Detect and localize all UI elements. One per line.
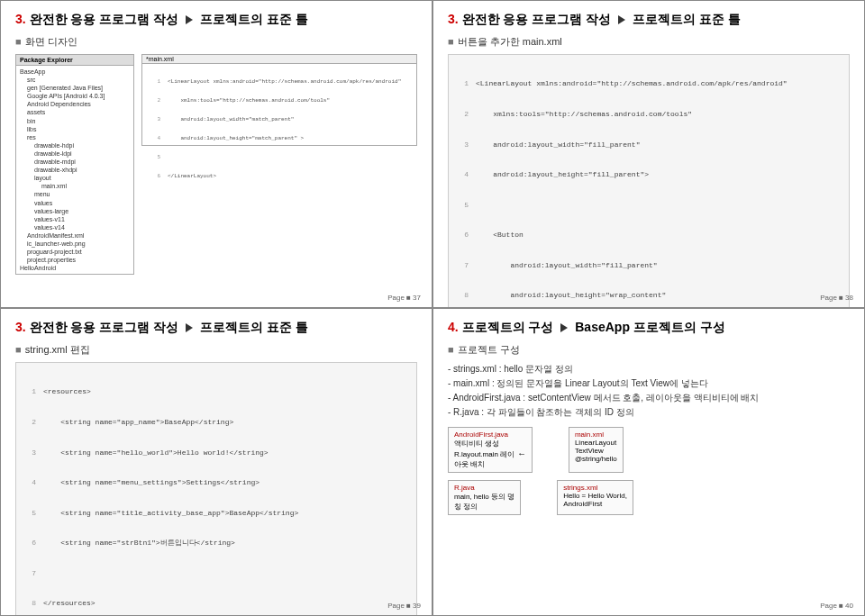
code-line: 5 <box>454 200 843 210</box>
triangle-icon <box>186 323 193 332</box>
title-text-1: 완전한 응용 프로그램 작성 <box>30 12 179 26</box>
page-number: Page ■ 38 <box>820 294 853 302</box>
tree-item: src <box>20 76 130 84</box>
tree-item: values <box>20 199 130 207</box>
slide-40: 4. 프로젝트의 구성 BaseApp 프로젝트의 구성 프로젝트 구성 str… <box>432 308 865 616</box>
explorer-body: BaseApp src gen [Generated Java Files] G… <box>16 66 133 274</box>
code-box: 1<resources> 2 <string name="app_name">B… <box>15 362 417 616</box>
box-title: strings.xml <box>563 484 627 492</box>
box-line: TextView <box>575 447 617 455</box>
item-list: strings.xml : hello 문자열 정의 main.xml : 정의… <box>448 362 850 420</box>
box-line: LinearLayout <box>575 439 617 447</box>
code-line: 6</LinearLayout> <box>146 173 413 179</box>
title-text-1: 프로젝트의 구성 <box>462 320 554 334</box>
box-title: AndroidFirst.java <box>454 430 526 439</box>
code-line: 7 android:layout_width="fill_parent" <box>454 260 843 270</box>
explorer-header: Package Explorer <box>16 55 133 66</box>
diagram-row-2: R.java main, hello 등의 명 칭 정의 strings.xml… <box>448 480 850 515</box>
tree-item: values-large <box>20 207 130 215</box>
list-item: main.xml : 정의된 문자열을 Linear Layout의 Text … <box>448 376 850 391</box>
box-line: 칭 정의 <box>454 502 514 512</box>
code-line: 3 android:layout_width="fill_parent" <box>454 140 843 149</box>
code-line: 1<LinearLayout xmlns:android="http://sch… <box>146 78 413 85</box>
title-number: 3. <box>15 12 26 26</box>
code-line: 4 android:layout_height="fill_parent"> <box>454 169 843 179</box>
slide-38: 3. 완전한 응용 프로그램 작성 프로젝트의 표준 틀 버튼을 추가한 mai… <box>432 0 865 308</box>
list-item: strings.xml : hello 문자열 정의 <box>448 362 850 376</box>
code-line: 2 <string name="app_name">BaseApp</strin… <box>22 417 411 427</box>
tree-item: gen [Generated Java Files] <box>20 84 130 92</box>
page-number: Page ■ 37 <box>387 294 421 302</box>
box-line: main, hello 등의 명 <box>454 492 514 502</box>
tree-item: BaseApp <box>20 68 130 76</box>
slide-37: 3. 완전한 응용 프로그램 작성 프로젝트의 표준 틀 화면 디자인 Pack… <box>0 0 432 308</box>
code-line: 2 xmlns:tools="http://schemas.android.co… <box>146 97 413 104</box>
triangle-icon <box>560 323 568 332</box>
slide-39: 3. 완전한 응용 프로그램 작성 프로젝트의 표준 틀 string.xml … <box>0 308 432 616</box>
tree-item: res <box>20 133 130 141</box>
slide-subtitle: 버튼을 추가한 main.xml <box>448 35 850 49</box>
tree-item: drawable-ldpi <box>20 149 130 158</box>
code-line: 8 android:layout_height="wrap_content" <box>454 290 843 300</box>
code-line: 2 xmlns:tools="http://schemas.android.co… <box>454 109 843 119</box>
diagram-box-bottom-left: R.java main, hello 등의 명 칭 정의 <box>448 480 521 515</box>
page-number: Page ■ 39 <box>387 602 421 610</box>
box-line: AndroidFirst <box>563 500 627 508</box>
box-line: 액티비티 생성 <box>454 439 526 448</box>
slide-subtitle: string.xml 편집 <box>15 343 417 357</box>
triangle-icon <box>186 15 193 24</box>
title-text-2: 프로젝트의 표준 틀 <box>200 12 308 26</box>
list-item: R.java : 각 파일들이 참조하는 객체의 ID 정의 <box>448 405 850 420</box>
tree-item: project.properties <box>20 256 130 264</box>
slide-title: 3. 완전한 응용 프로그램 작성 프로젝트의 표준 틀 <box>15 12 417 28</box>
tree-item: drawable-mdpi <box>20 158 130 166</box>
arrow-icon: ← <box>514 448 526 458</box>
slide-title: 3. 완전한 응용 프로그램 작성 프로젝트의 표준 틀 <box>448 12 850 28</box>
tree-item: values-v14 <box>20 223 130 231</box>
package-explorer: Package Explorer BaseApp src gen [Genera… <box>15 54 134 275</box>
title-text-2: 프로젝트의 표준 틀 <box>633 12 741 26</box>
tree-item: bin <box>20 117 130 125</box>
box-line: @string/hello <box>575 455 617 463</box>
code-line: 3 android:layout_width="match_parent" <box>146 116 413 122</box>
editor-content: 1<LinearLayout xmlns:android="http://sch… <box>142 64 416 194</box>
title-number: 3. <box>448 12 459 26</box>
box-line: Hello = Hello World, <box>563 492 627 500</box>
box-line: R.layout.main 레이 ← <box>454 448 526 459</box>
list-item: AndroidFirst.java : setContentView 메서드 호… <box>448 391 850 405</box>
title-text-2: 프로젝트의 표준 틀 <box>200 320 308 334</box>
tree-item: assets <box>20 108 130 116</box>
triangle-icon <box>618 15 625 24</box>
box-line: 아웃 배치 <box>454 459 526 469</box>
slide-subtitle: 프로젝트 구성 <box>448 343 850 357</box>
tree-item: drawable-xhdpi <box>20 166 130 174</box>
title-number: 3. <box>15 320 26 334</box>
page-number: Page ■ 40 <box>820 602 853 610</box>
code-line: 1<LinearLayout xmlns:android="http://sch… <box>454 78 843 88</box>
code-line: 1<resources> <box>22 386 411 396</box>
diagram-box-bottom-right: strings.xml Hello = Hello World, Android… <box>557 480 633 515</box>
slide-title: 4. 프로젝트의 구성 BaseApp 프로젝트의 구성 <box>448 320 850 336</box>
tree-item: Android Dependencies <box>20 100 130 108</box>
editor-pane: *main.xml 1<LinearLayout xmlns:android="… <box>141 54 417 146</box>
tree-item: values-v11 <box>20 215 130 223</box>
code-line: 8</resources> <box>22 598 411 608</box>
tree-item: layout <box>20 174 130 182</box>
code-line: 3 <string name="hello_world">Hello world… <box>22 448 411 457</box>
slide-subtitle: 화면 디자인 <box>15 35 417 49</box>
title-text-1: 완전한 응용 프로그램 작성 <box>30 320 179 334</box>
diagram-box-left: AndroidFirst.java 액티비티 생성 R.layout.main … <box>448 427 533 473</box>
code-line: 7 <box>22 568 411 578</box>
slide-title: 3. 완전한 응용 프로그램 작성 프로젝트의 표준 틀 <box>15 320 417 336</box>
tree-item: AndroidManifest.xml <box>20 231 130 240</box>
editor-tab: *main.xml <box>142 55 416 64</box>
tree-item: main.xml <box>20 182 130 190</box>
box-title: R.java <box>454 484 514 492</box>
code-line: 5 <box>146 154 413 160</box>
tree-item: HelloAndroid <box>20 264 130 272</box>
tree-item: drawable-hdpi <box>20 141 130 149</box>
diagram-box-right: main.xml LinearLayout TextView @string/h… <box>569 427 624 473</box>
diagram-row-1: AndroidFirst.java 액티비티 생성 R.layout.main … <box>448 427 850 473</box>
code-line: 4 android:layout_height="match_parent" > <box>146 135 413 141</box>
code-line: 5 <string name="title_activity_base_app"… <box>22 508 411 518</box>
